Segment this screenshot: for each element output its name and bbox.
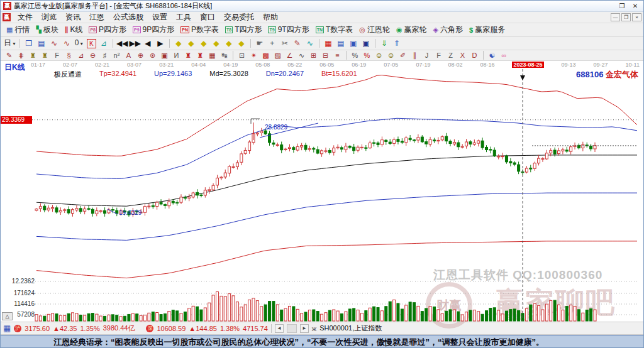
scroll-right-button[interactable]: ►: [300, 324, 309, 333]
sectors-button[interactable]: ▚板块: [33, 24, 61, 35]
gann-square-small-button[interactable]: ♜: [27, 51, 39, 60]
gann-wheel-button[interactable]: ◎江恩轮: [356, 24, 393, 35]
t9-square-button[interactable]: T99T四方形: [265, 24, 312, 35]
menu-item-browse[interactable]: 浏览: [37, 12, 61, 23]
diamond-tool-left-button[interactable]: ◆: [172, 38, 185, 50]
menu-item-file[interactable]: 文件: [13, 12, 37, 23]
gold-d-button[interactable]: D: [469, 51, 480, 60]
taiji-button[interactable]: ☯: [486, 51, 498, 60]
keyboard-icon[interactable]: ▦: [3, 324, 11, 333]
n-square-button[interactable]: n²: [111, 51, 123, 60]
hexagon-button[interactable]: ◈六角形: [430, 24, 466, 35]
spiral-tool-button[interactable]: §: [63, 51, 75, 60]
kline-button[interactable]: ∥K线: [62, 24, 86, 35]
angle-tool-button[interactable]: ⊿: [75, 51, 87, 60]
jump-last-button[interactable]: ▶▶: [128, 38, 141, 50]
gold-circle-2-button[interactable]: ⊜: [385, 51, 397, 60]
winner-wheel-button[interactable]: ◉赢家轮: [393, 24, 430, 35]
jump-first-button[interactable]: ◀◀: [116, 38, 128, 50]
arrow-span-button[interactable]: ↹: [218, 51, 230, 60]
grid-red-button[interactable]: ▩: [260, 51, 272, 60]
gann-square-large-button[interactable]: ♜: [39, 51, 51, 60]
chart-window-button[interactable]: ❒: [23, 38, 35, 50]
grid-fine-button[interactable]: ⊞: [308, 51, 319, 60]
rays-fan-button[interactable]: ✴: [248, 51, 260, 60]
grid-window-button[interactable]: ▦: [206, 51, 218, 60]
step-next-button[interactable]: ▶: [154, 38, 167, 50]
circle-cross-button[interactable]: ⊕: [135, 51, 147, 60]
menu-item-trade-entrust[interactable]: 交易委托: [219, 12, 258, 23]
market-quotes-button[interactable]: ▦行情: [3, 24, 33, 35]
period-day-dropdown-button[interactable]: 日▼: [3, 37, 17, 50]
menu-item-gann[interactable]: 江恩: [85, 12, 109, 23]
draw-grid-lines-button[interactable]: ⋕: [15, 51, 27, 60]
tower-red-2-button[interactable]: ♜: [194, 51, 206, 60]
p-square-button[interactable]: P8P四方形: [86, 24, 130, 35]
menu-item-formula-stock-pick[interactable]: 公式选股: [109, 12, 148, 23]
box-shade-button[interactable]: ▨: [272, 51, 284, 60]
gold-x-button[interactable]: X: [457, 51, 469, 60]
gold-circle-1-button[interactable]: ⊜: [373, 51, 385, 60]
menu-item-window[interactable]: 窗口: [196, 12, 219, 23]
percent-tool-button[interactable]: %: [349, 51, 361, 60]
curve-tool-button[interactable]: ∿: [304, 38, 316, 50]
overlay-kline-button[interactable]: K: [87, 39, 96, 48]
menu-item-help[interactable]: 帮助: [258, 12, 282, 23]
hand-tool-button[interactable]: ☛: [253, 38, 266, 50]
star-burst-button[interactable]: ⊛: [147, 51, 158, 60]
gold-f-button[interactable]: F: [433, 51, 445, 60]
param-pen-button[interactable]: ✐: [397, 51, 409, 60]
t-square-button[interactable]: T8T四方形: [222, 24, 265, 35]
period-tab-label[interactable]: 日K线: [4, 62, 25, 73]
zigzag-line-button[interactable]: ∿: [296, 51, 308, 60]
p-number-table-button[interactable]: PNP数字表: [177, 24, 222, 35]
step-prev-button[interactable]: ◀: [142, 38, 154, 50]
draw-flag-button[interactable]: ⊿: [97, 38, 110, 50]
gold-j-button[interactable]: J: [421, 51, 433, 60]
diamond-tool-cross-button[interactable]: ◆: [223, 38, 235, 50]
k-mark-button[interactable]: И: [170, 51, 182, 60]
menu-item-settings[interactable]: 设置: [148, 12, 172, 23]
grid-box2-button[interactable]: ⊟: [319, 51, 331, 60]
boxed-square-button[interactable]: ▣: [158, 51, 170, 60]
diamond-tool-horizontal-button[interactable]: ◆: [197, 38, 210, 50]
calculator-button[interactable]: ▤: [335, 38, 347, 50]
calendar-button[interactable]: ▦: [322, 38, 335, 50]
current-index-reference[interactable]: SH000001,上证指数: [319, 324, 382, 333]
zero-axis-dropdown-button[interactable]: 0▼: [73, 37, 86, 50]
winner-service-button[interactable]: $赢家服务: [466, 24, 508, 35]
kline-chart-svg[interactable]: [1, 61, 644, 322]
wave-view-large-button[interactable]: ∿: [60, 38, 73, 50]
crosshair-tool-button[interactable]: +: [266, 38, 279, 50]
info-view-button[interactable]: ▤: [35, 38, 48, 50]
t-number-table-button[interactable]: TNT数字表: [313, 24, 357, 35]
parallel-lines-button[interactable]: ∥: [409, 51, 421, 60]
hatch-lines-button[interactable]: ≡: [331, 51, 343, 60]
diamond-tool-all-button[interactable]: ◆: [235, 38, 248, 50]
chart-area[interactable]: 江恩工具软件 QQ:100800360 财赢 赢家聊吧 jiaoba.vip 0…: [1, 61, 643, 322]
restore-window-button[interactable]: ❐: [616, 2, 628, 11]
angle-line-button[interactable]: ∠: [284, 51, 296, 60]
a-ruler-button[interactable]: A: [123, 51, 135, 60]
hash-lines-button[interactable]: ♯: [99, 51, 111, 60]
edit-tool-button[interactable]: ✎: [291, 38, 304, 50]
close-window-button[interactable]: ✕: [630, 2, 641, 11]
scroll-left-button[interactable]: ◄: [275, 324, 284, 333]
diamond-tool-vertical-button[interactable]: ◆: [210, 38, 223, 50]
menu-item-news[interactable]: 资讯: [61, 12, 85, 23]
mdi-minimize-button[interactable]: —: [611, 13, 620, 21]
window-box-button[interactable]: ⊡: [236, 51, 248, 60]
net-upload-button[interactable]: ⇑: [391, 38, 403, 50]
cut-tool-button[interactable]: ✂: [279, 38, 291, 50]
mdi-close-button[interactable]: ×: [632, 13, 641, 21]
infinity-button[interactable]: ∞: [498, 51, 510, 60]
circle-gauge-button[interactable]: ⊖: [87, 51, 99, 60]
tower-red-1-button[interactable]: ♜: [182, 51, 194, 60]
save-chart-button[interactable]: ▣: [347, 38, 360, 50]
net-download-button[interactable]: ⇓: [378, 38, 391, 50]
draw-pen-button[interactable]: ✎: [3, 51, 15, 60]
pane-toggle-button[interactable]: △: [2, 312, 13, 320]
gold-z-button[interactable]: Z: [445, 51, 457, 60]
mdi-restore-button[interactable]: ❐: [621, 13, 631, 21]
percent-red-button[interactable]: %: [361, 51, 373, 60]
